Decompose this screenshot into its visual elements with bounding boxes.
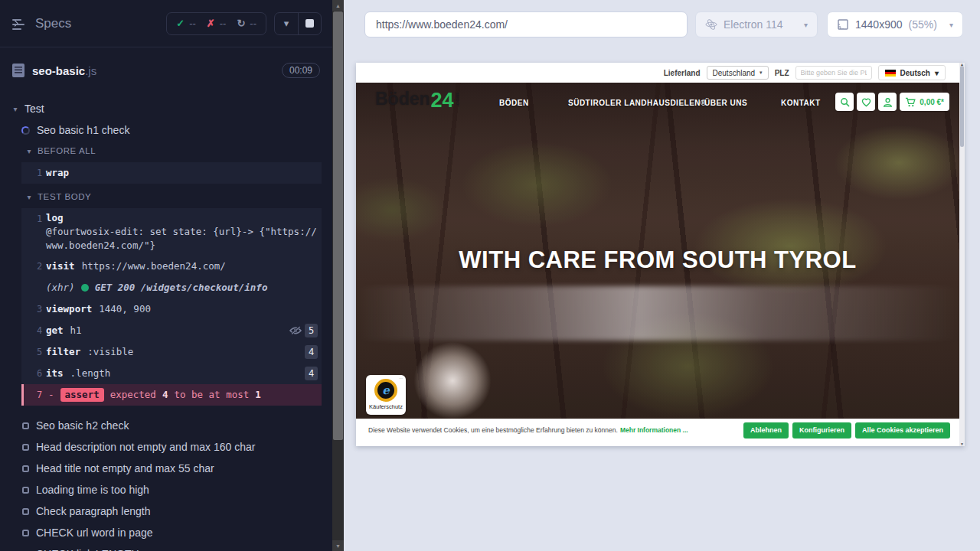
cookie-decline-button[interactable]: Ablehnen (743, 422, 789, 439)
scrollbar-thumb[interactable] (960, 66, 964, 147)
suite-test[interactable]: ▾ Test (0, 98, 332, 119)
command-row-xhr[interactable]: (xhr) GET 200 /widgets/checkout/info (21, 277, 322, 298)
app-window: Specs ✓ -- ✗ -- ↻ -- ▾ (0, 0, 980, 551)
trusted-shops-seal[interactable]: ... e Käuferschutz (366, 375, 406, 415)
spec-extension: .js (85, 64, 96, 77)
chevron-down-icon: ▾ (949, 21, 953, 29)
command-args: 1440, 900 (99, 302, 151, 316)
command-name: log (46, 211, 64, 225)
stat-passed: ✓ -- (176, 18, 196, 29)
stop-run-button[interactable] (298, 13, 321, 34)
scroll-down-arrow-icon[interactable]: ▼ (332, 540, 344, 551)
pending-box-icon (22, 508, 29, 515)
pending-tests-list: Seo basic h2 check Head description not … (0, 415, 332, 551)
chevron-down-icon: ▾ (760, 70, 763, 76)
command-args: :visible (87, 345, 133, 359)
pending-box-icon (22, 487, 29, 494)
stat-failed: ✗ -- (207, 18, 227, 29)
pending-test-row[interactable]: Check paragraph length (0, 500, 332, 522)
wishlist-button[interactable] (857, 93, 875, 111)
browser-selector[interactable]: Electron 114 ▾ (695, 11, 818, 37)
test-body-commands: 1 log @fourtwosix-edit: set state: {url}… (21, 208, 322, 406)
command-row-filter[interactable]: 5 filter :visible 4 (21, 341, 322, 363)
command-row-assert-failed[interactable]: 7 - assert expected 4 to be at most 1 (21, 384, 322, 406)
xhr-request: GET 200 /widgets/checkout/info (95, 281, 268, 295)
command-name: viewport (46, 302, 92, 316)
command-number: 3 (21, 298, 46, 320)
command-args: @fourtwosix-edit: set state: {url}-> {"h… (46, 225, 318, 253)
pending-test-row[interactable]: Head title not empty and max 55 char (0, 458, 332, 479)
cookie-configure-button[interactable]: Konfigurieren (792, 422, 851, 439)
sidebar-header: Specs ✓ -- ✗ -- ↻ -- ▾ (0, 0, 332, 47)
site-logo[interactable]: Böden 24 .com (375, 90, 461, 111)
restart-icon: ↻ (237, 18, 245, 29)
specs-list-toggle-icon[interactable] (12, 18, 28, 30)
assert-message: expected (110, 388, 156, 402)
cookie-more-info-link[interactable]: Mehr Informationen ... (620, 426, 688, 434)
plz-input[interactable] (795, 66, 872, 80)
scroll-down-arrow-icon[interactable]: ▼ (959, 442, 965, 446)
pending-test-row[interactable]: Seo basic h2 check (0, 415, 332, 436)
assert-chip: assert (60, 388, 104, 402)
app-under-test-panel: Electron 114 ▾ 1440x900 (55%) ▾ Lieferla… (344, 0, 980, 551)
user-icon (883, 97, 893, 107)
command-args: .length (70, 367, 111, 380)
url-input[interactable] (364, 11, 688, 37)
failed-count: -- (220, 18, 227, 29)
nav-item-kontakt[interactable]: KONTAKT (781, 99, 821, 107)
command-row-visit[interactable]: 2 visit https://www.boeden24.com/ (21, 256, 322, 277)
cart-button[interactable]: 0,00 €* (900, 93, 949, 111)
restart-count: -- (250, 18, 256, 29)
search-button[interactable] (835, 93, 854, 111)
test-body-section[interactable]: ▾ TEST BODY (0, 187, 332, 207)
search-icon (840, 97, 850, 107)
chevron-down-icon: ▾ (284, 18, 289, 29)
command-row-get[interactable]: 4 get h1 5 (21, 320, 322, 341)
cookie-accept-all-button[interactable]: Alle Cookies akzeptieren (855, 422, 950, 439)
site-scrollbar[interactable]: ▲ ▼ (959, 63, 965, 446)
nav-item-ueber-uns[interactable]: ÜBER UNS (704, 99, 747, 107)
passed-count: -- (189, 18, 196, 29)
language-selector[interactable]: Deutsch ▾ (878, 65, 946, 80)
scroll-up-arrow-icon[interactable]: ▲ (332, 0, 344, 11)
command-row-its[interactable]: 6 its .length 4 (21, 363, 322, 384)
command-row-log[interactable]: 1 log @fourtwosix-edit: set state: {url}… (21, 208, 322, 256)
test-tree: ▾ Test Seo basic h1 check ▾ BEFORE ALL 1… (0, 87, 332, 551)
command-name: wrap (46, 166, 69, 180)
site-utility-bar: Lieferland Deutschland ▾ PLZ Deutsch ▾ (356, 63, 959, 83)
command-number: 1 (21, 208, 46, 230)
browser-label: Electron 114 (724, 18, 783, 31)
test-title: Seo basic h1 check (37, 124, 129, 136)
pending-box-icon (22, 444, 29, 451)
scrollbar-thumb[interactable] (333, 11, 343, 440)
sidebar-scrollbar[interactable]: ▲ ▼ (332, 0, 344, 551)
nav-item-landhausdielen[interactable]: SÜDTIROLER LANDHAUSDIELEN® (568, 99, 707, 107)
command-name: get (46, 324, 64, 337)
running-test-row[interactable]: Seo basic h1 check (0, 119, 332, 141)
account-button[interactable] (878, 93, 897, 111)
command-row-wrap[interactable]: 1 wrap (21, 162, 322, 184)
command-args: h1 (70, 324, 82, 337)
electron-icon (705, 18, 717, 31)
stop-icon (305, 19, 314, 28)
pending-test-row[interactable]: CHECK url word in page (0, 522, 332, 543)
chevron-down-icon: ▾ (11, 105, 20, 113)
runner-controls: ▾ (274, 12, 322, 35)
lieferland-select[interactable]: Deutschland ▾ (707, 66, 769, 80)
pending-test-row[interactable]: CHECK link LENGTH (0, 543, 332, 551)
nav-item-boeden[interactable]: BÖDEN (499, 99, 529, 107)
pending-test-row[interactable]: Loading time is too high (0, 479, 332, 500)
spec-file-row[interactable]: seo-basic .js 00:09 (0, 54, 332, 87)
chevron-down-icon: ▾ (24, 193, 34, 201)
section-label: TEST BODY (38, 192, 91, 201)
command-row-viewport[interactable]: 3 viewport 1440, 900 (21, 298, 322, 320)
header-actions: 0,00 €* (835, 93, 949, 111)
pending-test-row[interactable]: Head description not empty and max 160 c… (0, 436, 332, 458)
cypress-reporter-sidebar: Specs ✓ -- ✗ -- ↻ -- ▾ (0, 0, 332, 551)
viewport-selector[interactable]: 1440x900 (55%) ▾ (827, 11, 963, 37)
before-all-section[interactable]: ▾ BEFORE ALL (0, 141, 332, 161)
spec-name: seo-basic (32, 64, 85, 77)
scroll-behavior-button[interactable]: ▾ (275, 13, 298, 34)
logo-tld: .com (455, 93, 461, 107)
xhr-label: (xhr) (46, 281, 75, 295)
